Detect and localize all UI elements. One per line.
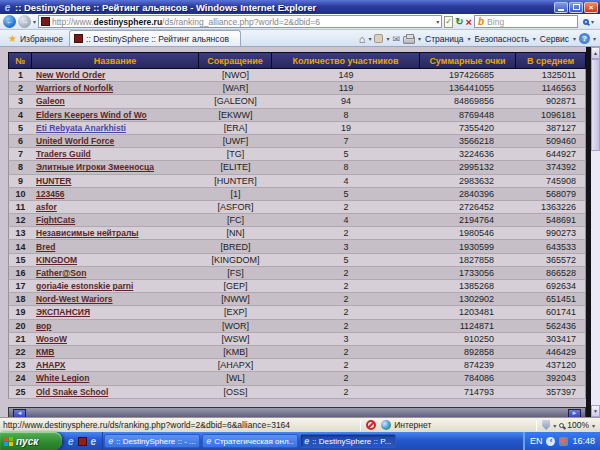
alliance-link[interactable]: КМВ bbox=[36, 347, 54, 357]
forward-button[interactable]: → bbox=[18, 15, 31, 28]
help-dropdown-icon[interactable]: ▾ bbox=[593, 35, 596, 42]
security-zone: Интернет bbox=[381, 420, 531, 430]
alliance-link[interactable]: Galeon bbox=[36, 96, 65, 106]
alliance-link[interactable]: 123456 bbox=[36, 189, 64, 199]
row-rank: 14 bbox=[9, 240, 32, 252]
header-name[interactable]: Название bbox=[32, 53, 199, 68]
alliance-link[interactable]: Old Snake School bbox=[36, 387, 108, 397]
alliance-link[interactable]: FightCats bbox=[36, 215, 75, 225]
scroll-up-button[interactable]: ▲ bbox=[591, 47, 600, 59]
home-dropdown-icon[interactable]: ▾ bbox=[368, 35, 371, 42]
address-dropdown-icon[interactable]: ▾ bbox=[436, 18, 439, 25]
favorites-button[interactable]: ★ Избранное bbox=[2, 31, 69, 46]
table-row: 7Traders Guild[TG]53224636644927 bbox=[8, 148, 586, 161]
alliance-link[interactable]: United World Force bbox=[36, 136, 114, 146]
refresh-button[interactable]: ↻ bbox=[455, 16, 463, 27]
row-rank: 5 bbox=[9, 122, 32, 134]
scrollbar-thumb[interactable] bbox=[591, 59, 600, 151]
close-button[interactable]: × bbox=[584, 2, 598, 13]
page-dropdown-icon[interactable]: ▾ bbox=[468, 35, 471, 42]
home-icon[interactable]: ⌂ bbox=[359, 33, 366, 45]
header-tag[interactable]: Сокращение bbox=[199, 53, 272, 68]
header-rank[interactable]: № bbox=[9, 53, 32, 68]
alliance-link[interactable]: Bred bbox=[36, 242, 55, 252]
alliance-link[interactable]: Eti Rebyata Anarkhisti bbox=[36, 123, 126, 133]
alliance-link[interactable]: WosoW bbox=[36, 334, 67, 344]
alliance-link[interactable]: KINGDOM bbox=[36, 255, 77, 265]
tray-status-icon[interactable] bbox=[559, 437, 568, 446]
alliance-link[interactable]: Warriors of Norfolk bbox=[36, 83, 113, 93]
stop-button[interactable]: × bbox=[466, 16, 472, 28]
tools-dropdown-icon[interactable]: ▾ bbox=[573, 35, 576, 42]
feeds-icon[interactable] bbox=[374, 34, 383, 43]
start-label: пуск bbox=[16, 436, 38, 447]
vertical-scrollbar[interactable]: ▲ ▼ bbox=[591, 47, 600, 417]
next-page-button[interactable]: ► bbox=[568, 409, 581, 418]
header-average[interactable]: В среднем bbox=[516, 53, 585, 68]
safety-dropdown-icon[interactable]: ▾ bbox=[533, 35, 536, 42]
alliance-link[interactable]: goria4ie estonskie parni bbox=[36, 281, 133, 291]
status-alert-icon bbox=[366, 420, 376, 430]
alliance-link[interactable]: Элитные Игроки Змееносца bbox=[36, 162, 154, 172]
tools-menu[interactable]: Сервис bbox=[539, 34, 570, 44]
total-points: 84869856 bbox=[420, 95, 516, 107]
quick-launch-desktop-icon[interactable]: e bbox=[91, 436, 97, 447]
alliance-link[interactable]: Nord-West Wariors bbox=[36, 294, 113, 304]
language-indicator[interactable]: EN bbox=[530, 436, 543, 446]
taskbar-window-2[interactable]: e Стратегическая онл... bbox=[202, 434, 298, 448]
alliance-link[interactable]: HUNTER bbox=[36, 176, 71, 186]
table-row: 24White Legion[WL]2784086392043 bbox=[8, 372, 586, 385]
alliance-name-cell: KINGDOM bbox=[32, 254, 199, 266]
zoom-level[interactable]: 100% bbox=[567, 420, 589, 430]
feeds-dropdown-icon[interactable]: ▾ bbox=[386, 35, 389, 42]
alliance-link[interactable]: asfor bbox=[36, 202, 57, 212]
tray-chevron-icon[interactable]: ‹ bbox=[546, 437, 555, 446]
alliance-link[interactable]: ЭКСПАНСИЯ bbox=[36, 307, 90, 317]
alliance-link[interactable]: New World Order bbox=[36, 70, 105, 80]
search-box[interactable]: b Bing bbox=[474, 15, 578, 28]
tab-destinysphere[interactable]: :: DestinySphere :: Рейтинг альянсов bbox=[69, 30, 241, 46]
scroll-down-button[interactable]: ▼ bbox=[591, 405, 600, 417]
average-points: 644927 bbox=[516, 148, 585, 160]
compatibility-view-icon[interactable]: ✓ bbox=[444, 16, 453, 28]
zoom-controls[interactable]: ▾ 100% ▾ bbox=[542, 420, 597, 430]
alliance-link[interactable]: Независимые нейтралы bbox=[36, 228, 139, 238]
print-dropdown-icon[interactable]: ▾ bbox=[418, 35, 421, 42]
quick-launch-app-icon[interactable] bbox=[78, 437, 87, 446]
help-icon[interactable]: ? bbox=[579, 33, 590, 44]
alliance-link[interactable]: АНАРХ bbox=[36, 360, 65, 370]
back-button[interactable]: ← bbox=[3, 15, 16, 28]
start-button[interactable]: пуск bbox=[0, 432, 62, 450]
zone-dropdown-icon[interactable]: ▾ bbox=[553, 422, 556, 429]
alliance-link[interactable]: Father@Son bbox=[36, 268, 86, 278]
header-points[interactable]: Суммарные очки bbox=[420, 53, 516, 68]
page-menu[interactable]: Страница bbox=[424, 34, 465, 44]
print-icon[interactable] bbox=[403, 36, 415, 44]
prev-page-button[interactable]: ◄ bbox=[13, 409, 26, 418]
search-dropdown-icon[interactable]: ▾ bbox=[591, 18, 594, 25]
alliance-name-cell: КМВ bbox=[32, 346, 199, 358]
alliance-link[interactable]: Elders Keepers Wind of Wo bbox=[36, 110, 147, 120]
alliance-link[interactable]: вор bbox=[36, 321, 52, 331]
page-content: № Название Сокращение Количество участни… bbox=[0, 47, 600, 417]
search-button[interactable]: ▾ bbox=[580, 18, 597, 25]
alliance-link[interactable]: White Legion bbox=[36, 373, 89, 383]
alliance-link[interactable]: Traders Guild bbox=[36, 149, 91, 159]
safety-menu[interactable]: Безопасность bbox=[474, 34, 530, 44]
search-input[interactable]: Bing bbox=[487, 17, 504, 27]
header-members[interactable]: Количество участников bbox=[272, 53, 420, 68]
quick-launch-ie-icon[interactable]: e bbox=[68, 436, 74, 447]
restore-button[interactable] bbox=[569, 2, 583, 13]
recent-pages-dropdown-icon[interactable]: ▾ bbox=[33, 18, 36, 25]
minimize-button[interactable] bbox=[554, 2, 568, 13]
taskbar-window-3[interactable]: e :: DestinySphere :: P... bbox=[300, 434, 396, 448]
table-row: 15KINGDOM[KINGDOM]51827858365572 bbox=[8, 254, 586, 267]
read-mail-icon[interactable]: ✉ bbox=[393, 34, 401, 44]
address-bar[interactable]: http://www.destinysphere.ru/ds/ranking_a… bbox=[38, 15, 442, 28]
alliance-name-cell: Элитные Игроки Змееносца bbox=[32, 161, 199, 173]
total-points: 1124871 bbox=[420, 320, 516, 332]
zoom-dropdown-icon[interactable]: ▾ bbox=[592, 422, 595, 429]
taskbar-window-1[interactable]: e :: DestinySphere :: - ... bbox=[104, 434, 200, 448]
member-count: 2 bbox=[272, 320, 420, 332]
table-row: 21WosoW[WSW]3910250303417 bbox=[8, 333, 586, 346]
